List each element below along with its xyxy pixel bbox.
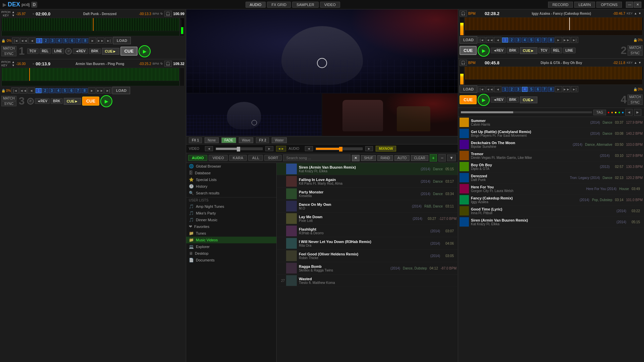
deck1-rel-btn[interactable]: REL (40, 48, 51, 54)
deck1-step-fwd[interactable]: ► (89, 38, 96, 44)
deck4-play-btn[interactable]: ▶ (478, 94, 490, 106)
deck4-hc2[interactable]: 2 (509, 87, 515, 92)
tab-all[interactable]: ALL (248, 155, 263, 161)
deck1-cue-btn[interactable]: CUE (120, 47, 138, 56)
deck2-pitch-up[interactable]: ▲ (12, 60, 15, 64)
deck1-skip-fwd[interactable]: ►► (97, 38, 104, 44)
sidebar-documents[interactable]: 📄 Documents (186, 257, 276, 263)
deck2-loop-knob[interactable]: ↺ (27, 98, 34, 105)
search-input[interactable] (283, 155, 351, 161)
deck1-bpm-sync-icon[interactable]: ↻ (160, 12, 163, 15)
clear-btn[interactable]: CLEAR (411, 155, 428, 161)
deck1-hc3[interactable]: 3 (50, 38, 56, 43)
deck4-lock[interactable]: 🔒 (633, 87, 637, 91)
deck1-hc7[interactable]: 7 (76, 38, 82, 43)
deck3-pitch-up[interactable]: ▲ (634, 12, 637, 15)
color-dot-red[interactable]: ● (607, 110, 610, 114)
deck2-skip-end[interactable]: ►| (104, 87, 112, 94)
deck1-skip-start[interactable]: |◄ (12, 38, 19, 44)
deck2-sync-btn[interactable]: SYNC (1, 101, 16, 106)
deck2-load-btn[interactable]: LOAD (112, 87, 130, 94)
deck1-hc6[interactable]: 6 (69, 38, 75, 43)
deck3-skip-end[interactable]: ►| (571, 37, 578, 43)
deck2-hc1[interactable]: 1 (36, 88, 42, 93)
tab-sort[interactable]: SORT (264, 155, 282, 161)
mixnow-btn[interactable]: MIXNOW (376, 146, 396, 152)
search-clear-x[interactable]: ✕ (352, 155, 360, 161)
deck4-hc1[interactable]: 1 (502, 87, 508, 92)
deck1-hc2[interactable]: 2 (43, 38, 49, 43)
right-track-row[interactable]: Here For You Gorgon City Ft. Laura Welsh… (458, 183, 644, 194)
deck3-rev-btn[interactable]: ◄REV (491, 48, 505, 53)
right-library-next[interactable]: ► (634, 109, 641, 116)
video-right-btn[interactable]: ► (265, 146, 273, 151)
record-btn[interactable]: RECORD (548, 2, 573, 8)
track-row[interactable]: Party Monster Krewella (2014) Dance 03:3… (277, 188, 458, 200)
color-dot-orange[interactable]: ● (611, 110, 613, 114)
audio-slider[interactable] (316, 147, 363, 150)
deck1-skip-back[interactable]: ◄◄ (20, 38, 28, 44)
deck4-pitch-down[interactable]: ▼ (638, 61, 641, 64)
sidebar-special-lists[interactable]: ⭐ Special Lists (186, 176, 276, 183)
deck3-play-btn[interactable]: ▶ (478, 45, 490, 57)
deck1-match-btn[interactable]: MATCH (1, 46, 16, 51)
deck4-skip-start[interactable]: |◄ (478, 86, 485, 92)
deck4-step-back[interactable]: ◄ (494, 86, 501, 92)
deck1-step-back[interactable]: ◄ (28, 38, 36, 44)
track-row[interactable]: Feel Good (Oliver Heldens Remix) Robin T… (277, 250, 458, 262)
deck2-step-fwd[interactable]: ► (88, 87, 96, 94)
deck2-step-back[interactable]: ◄ (28, 87, 35, 94)
nav-video-btn[interactable]: VIDEO (320, 2, 340, 8)
deck1-hc8[interactable]: 8 (82, 38, 88, 43)
deck4-hc7[interactable]: 7 (542, 87, 548, 92)
right-track-row[interactable]: Boy Oh Boy Diplo & GTA (2013) 02:57 130.… (458, 161, 644, 172)
deck3-skip-fwd[interactable]: ►► (563, 37, 570, 43)
deck4-hc5[interactable]: 5 (528, 87, 534, 92)
sidebar-desktop[interactable]: 🖥 Desktop (186, 250, 276, 257)
deck2-cuep-btn[interactable]: CUE► (64, 98, 81, 105)
deck1-pitch-up[interactable]: ▲ (12, 10, 15, 14)
deck1-sync-btn[interactable]: SYNC (1, 51, 16, 56)
deck3-lock[interactable]: 🔒 (633, 38, 637, 42)
tag-btn[interactable]: TAG (593, 110, 606, 115)
deck3-skip-start[interactable]: |◄ (478, 37, 485, 43)
deck2-hc8[interactable]: 8 (82, 88, 88, 93)
deck4-skip-end[interactable]: ►| (571, 86, 578, 92)
deck3-hc3[interactable]: 3 (515, 38, 521, 43)
close-btn[interactable]: ✕ (634, 2, 641, 8)
deck2-headphone-btn[interactable]: 🎧 (164, 61, 172, 67)
sidebar-search-results[interactable]: 🔍 Search results (186, 190, 276, 196)
deck4-hc6[interactable]: 6 (535, 87, 541, 92)
deck1-cuep-btn[interactable]: CUE► (102, 48, 119, 55)
deck3-step-fwd[interactable]: ► (555, 37, 562, 43)
deck2-hc6[interactable]: 6 (68, 88, 74, 93)
deck4-headphone-btn[interactable]: 🎧 (460, 60, 467, 66)
deck1-pitch-down[interactable]: ▼ (12, 14, 15, 17)
sidebar-tunes[interactable]: 📁 Tunes (186, 230, 276, 237)
deck1-tcv-btn[interactable]: TCV (27, 48, 39, 54)
deck3-match-btn[interactable]: MATCH (628, 45, 643, 50)
deck2-rev-btn[interactable]: ◄REV (35, 98, 50, 104)
deck2-lock[interactable]: 🔒 (1, 89, 5, 93)
deck4-hc3[interactable]: 3 (515, 87, 521, 92)
track-row[interactable]: Ragga Bomb Skrillex & Ragga Twins (2014)… (277, 262, 458, 275)
fx1-fade-btn[interactable]: FADE (221, 137, 236, 143)
track-row[interactable]: 27 Wasted Tiesto ft. Matthew Koma (277, 275, 458, 287)
deck4-sync-btn[interactable]: SYNC (628, 100, 643, 105)
tab-kara[interactable]: KARA (229, 155, 247, 161)
deck2-skip-start[interactable]: |◄ (11, 87, 19, 94)
deck1-line-btn[interactable]: LINE (52, 48, 64, 54)
deck3-cue-btn[interactable]: CUE (460, 46, 477, 55)
rand-btn[interactable]: RAND (377, 155, 393, 161)
deck3-hc8[interactable]: 8 (548, 38, 554, 43)
collapse-btn[interactable]: ▼ (447, 155, 456, 161)
deck2-skip-back[interactable]: ◄◄ (19, 87, 27, 94)
deck3-hc7[interactable]: 7 (542, 38, 548, 43)
deck4-cuep-btn[interactable]: CUE► (520, 97, 537, 103)
deck3-line-btn[interactable]: LINE (563, 48, 576, 53)
deck3-sync-btn[interactable]: SYNC (628, 51, 643, 56)
deck3-hc6[interactable]: 6 (535, 38, 541, 43)
track-row[interactable]: Flashlight R3Hab & Deorro (2014) 03:07 (277, 225, 458, 237)
sidebar-amp-night[interactable]: 🎵 Amp Night Tunes (186, 203, 276, 210)
deck4-brk-btn[interactable]: BRK (507, 97, 519, 103)
